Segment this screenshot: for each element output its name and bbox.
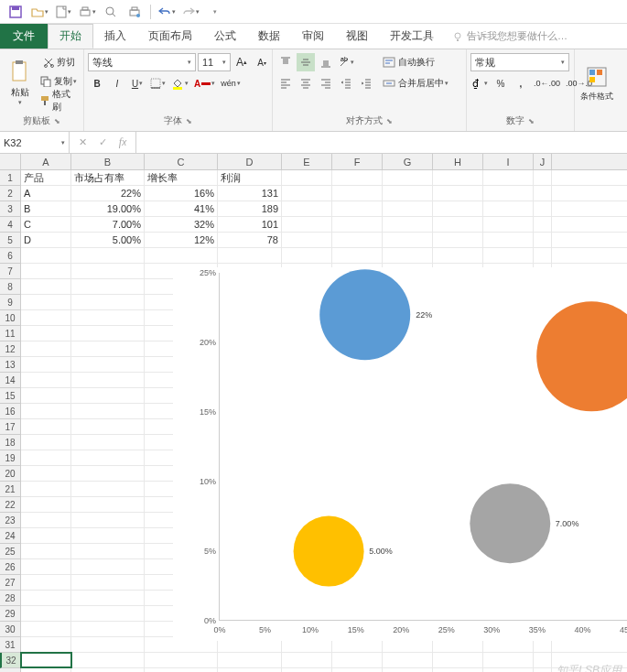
cell[interactable] xyxy=(71,310,145,325)
cell[interactable] xyxy=(71,388,145,403)
cell[interactable] xyxy=(21,264,71,278)
row-header[interactable]: 26 xyxy=(0,559,20,575)
paste-button[interactable]: 粘贴 ▾ xyxy=(4,53,36,112)
row-header[interactable]: 7 xyxy=(0,264,20,279)
row-header[interactable]: 28 xyxy=(0,591,20,606)
cell[interactable]: 101 xyxy=(218,217,282,232)
cell[interactable] xyxy=(71,264,145,278)
row-header[interactable]: 12 xyxy=(0,341,20,357)
percent-format-icon[interactable]: % xyxy=(492,74,510,92)
row-header[interactable]: 27 xyxy=(0,575,20,591)
cell[interactable] xyxy=(534,248,552,263)
cell[interactable]: 7.00% xyxy=(71,217,145,232)
cell[interactable]: 32% xyxy=(145,217,218,232)
bold-button[interactable]: B xyxy=(88,74,106,92)
font-size-select[interactable]: 11▾ xyxy=(198,53,231,71)
tab-0[interactable]: 开始 xyxy=(48,24,93,49)
cell[interactable] xyxy=(71,606,145,621)
cell[interactable] xyxy=(383,201,433,216)
cell[interactable]: B xyxy=(21,201,71,216)
cell[interactable] xyxy=(21,388,71,403)
cell[interactable]: 189 xyxy=(218,201,282,216)
cell[interactable] xyxy=(71,482,145,496)
cell[interactable] xyxy=(21,559,71,574)
cell[interactable] xyxy=(332,186,383,201)
cell[interactable]: 12% xyxy=(145,233,218,247)
row-header[interactable]: 32 xyxy=(0,653,20,668)
new-icon[interactable]: ▾ xyxy=(53,2,73,22)
cell[interactable] xyxy=(21,528,71,543)
cell[interactable] xyxy=(534,217,552,232)
cell[interactable] xyxy=(483,217,534,232)
cell[interactable] xyxy=(21,466,71,481)
cell[interactable] xyxy=(534,186,552,201)
cell[interactable] xyxy=(71,591,145,605)
cell[interactable] xyxy=(332,668,383,672)
cell[interactable]: 78 xyxy=(218,233,282,247)
cell[interactable] xyxy=(282,170,332,185)
cell[interactable] xyxy=(282,653,332,667)
col-header[interactable]: D xyxy=(218,154,282,169)
comma-format-icon[interactable]: , xyxy=(512,74,530,92)
cell[interactable] xyxy=(534,668,552,672)
row-header[interactable]: 19 xyxy=(0,450,20,466)
cell[interactable]: 增长率 xyxy=(145,170,218,185)
row-header[interactable]: 24 xyxy=(0,528,20,544)
row-header[interactable]: 29 xyxy=(0,606,20,622)
cell[interactable] xyxy=(21,357,71,372)
cell[interactable] xyxy=(483,233,534,247)
row-header[interactable]: 15 xyxy=(0,388,20,404)
fill-color-button[interactable]: ▾ xyxy=(169,74,190,92)
file-tab[interactable]: 文件 xyxy=(0,24,48,49)
cell[interactable] xyxy=(71,668,145,672)
cell[interactable] xyxy=(145,653,218,667)
decrease-font-icon[interactable]: A▾ xyxy=(253,53,271,71)
align-center-icon[interactable] xyxy=(297,74,315,92)
row-header[interactable]: 20 xyxy=(0,466,20,482)
col-header[interactable]: G xyxy=(383,154,433,169)
cell[interactable] xyxy=(21,373,71,387)
clipboard-expand-icon[interactable]: ⬊ xyxy=(54,117,60,125)
cell[interactable] xyxy=(21,326,71,341)
cell[interactable] xyxy=(71,279,145,294)
cell[interactable] xyxy=(483,653,534,667)
cell[interactable] xyxy=(383,186,433,201)
decrease-indent-icon[interactable] xyxy=(337,74,355,92)
cell[interactable]: 19.00% xyxy=(71,201,145,216)
number-format-select[interactable]: 常规▾ xyxy=(470,53,569,71)
row-header[interactable]: 23 xyxy=(0,513,20,528)
fx-icon[interactable]: fx xyxy=(114,132,132,153)
preview-icon[interactable] xyxy=(101,2,121,22)
wrap-text-button[interactable]: 自动换行 xyxy=(381,53,454,71)
cell[interactable] xyxy=(282,233,332,247)
cell[interactable] xyxy=(383,248,433,263)
cell[interactable] xyxy=(71,373,145,387)
cell[interactable] xyxy=(383,170,433,185)
number-expand-icon[interactable]: ⬊ xyxy=(528,117,535,125)
align-right-icon[interactable] xyxy=(317,74,335,92)
row-header[interactable]: 25 xyxy=(0,544,20,559)
row-header[interactable]: 22 xyxy=(0,497,20,513)
cell[interactable] xyxy=(71,357,145,372)
font-color-button[interactable]: A▾ xyxy=(192,74,217,92)
row-header[interactable]: 16 xyxy=(0,404,20,419)
tab-5[interactable]: 审阅 xyxy=(291,24,335,49)
cell[interactable] xyxy=(332,217,383,232)
cell[interactable] xyxy=(21,622,71,636)
print-icon[interactable]: ▾ xyxy=(77,2,97,22)
cell[interactable] xyxy=(332,248,383,263)
cell[interactable] xyxy=(282,217,332,232)
row-header[interactable]: 1 xyxy=(0,170,20,186)
cell[interactable] xyxy=(71,559,145,574)
cell[interactable] xyxy=(483,668,534,672)
cell[interactable] xyxy=(71,575,145,590)
row-header[interactable]: 6 xyxy=(0,248,20,264)
align-left-icon[interactable] xyxy=(276,74,295,92)
cell[interactable] xyxy=(21,544,71,558)
cell[interactable]: 利润 xyxy=(218,170,282,185)
cell[interactable] xyxy=(534,201,552,216)
cell[interactable] xyxy=(71,341,145,356)
col-header[interactable]: E xyxy=(282,154,332,169)
cell[interactable] xyxy=(21,591,71,605)
cell[interactable] xyxy=(332,653,383,667)
